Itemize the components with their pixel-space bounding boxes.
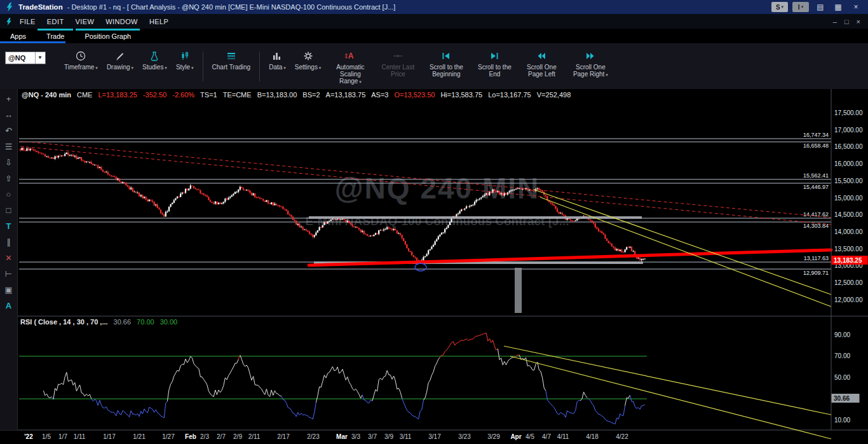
style-label: Style ▾ <box>176 64 194 71</box>
menu-help[interactable]: HELP <box>144 16 174 27</box>
quote-field: Lo=13,167.75 <box>488 91 531 99</box>
quote-field: Hi=13,583.75 <box>440 91 482 99</box>
scroll-to-the-end-label: Scroll to the End <box>476 64 513 78</box>
annotation-tool-icon[interactable]: A <box>3 301 15 311</box>
svg-text:14,417.62: 14,417.62 <box>803 211 829 218</box>
studies-label: Studies ▾ <box>142 64 167 71</box>
studies-button[interactable]: Studies ▾ <box>138 50 172 71</box>
tab-apps[interactable]: Apps <box>0 29 36 43</box>
menu-view[interactable]: VIEW <box>70 16 100 27</box>
chevron-down-icon: ▾ <box>801 4 804 10</box>
center-last-price-button: Center Last Price <box>375 50 421 78</box>
svg-text:3/7: 3/7 <box>368 433 377 440</box>
toolbar-separator <box>259 52 260 81</box>
svg-text:12,000.00: 12,000.00 <box>834 296 863 303</box>
menu-items: FILEEDITVIEWWINDOWHELP <box>14 16 174 27</box>
settings-button[interactable]: Settings ▾ <box>290 50 326 71</box>
chart-trading-label: Chart Trading <box>212 64 251 71</box>
monitor-icon[interactable]: ▤ <box>813 3 827 11</box>
svg-text:15,446.97: 15,446.97 <box>803 184 829 190</box>
delete-drawing-tool-icon[interactable]: ✕ <box>3 253 15 263</box>
scroll-one-page-left-label: Scroll One Page Left <box>522 64 561 78</box>
gear-icon <box>302 50 314 62</box>
candlestick-series <box>20 146 646 263</box>
extend-line-tool-icon[interactable]: ⊢ <box>3 269 15 279</box>
title-close-icon[interactable]: × <box>849 3 863 11</box>
svg-text:3/3: 3/3 <box>351 433 360 440</box>
svg-text:3/23: 3/23 <box>458 433 471 440</box>
trading-icon <box>226 50 237 62</box>
rectangle-tool-icon[interactable]: □ <box>3 205 15 216</box>
rsi-oversold-value: 30.00 <box>160 318 178 326</box>
svg-text:1/17: 1/17 <box>103 433 116 440</box>
symbol-dropdown-icon[interactable]: ▼ <box>35 52 44 64</box>
menu-edit[interactable]: EDIT <box>41 16 70 27</box>
symbol-input-box[interactable]: ▼ <box>5 52 46 64</box>
low-circle-marker[interactable] <box>415 263 426 271</box>
svg-text:Mar: Mar <box>336 433 348 440</box>
scroll-one-page-right-button[interactable]: Scroll One Page Right ▾ <box>566 50 615 78</box>
restore-icon[interactable]: □ <box>844 18 849 25</box>
price-chart[interactable]: @NQ 240 MINE-Mini NASDAQ-100 Continuous … <box>0 89 868 444</box>
svg-text:4/18: 4/18 <box>586 433 599 440</box>
chart-frame <box>0 89 868 430</box>
scroll-to-the-beginning-label: Scroll to the Beginning <box>425 64 467 78</box>
center-last-price-label: Center Last Price <box>379 64 416 78</box>
style-button[interactable]: Style ▾ <box>172 50 198 71</box>
rsi-pane[interactable] <box>19 333 831 439</box>
scroll-to-the-beginning-button[interactable]: Scroll to the Beginning <box>421 50 471 78</box>
svg-text:13,117.63: 13,117.63 <box>804 255 829 261</box>
bring-front-tool-icon[interactable]: ⇧ <box>3 174 15 184</box>
menu-logo-icon <box>5 18 13 25</box>
symbol-input[interactable] <box>6 54 35 62</box>
price-axis[interactable]: 17,500.0017,000.0016,500.0016,000.0015,5… <box>834 109 863 303</box>
pan-tool-icon[interactable]: ↔ <box>3 110 15 120</box>
i-dropdown-button[interactable]: I▾ <box>792 2 809 12</box>
rsi-axis[interactable]: 90.0070.0050.0010.0030.66 <box>832 331 860 424</box>
chevron-down-icon: ▾ <box>318 66 321 70</box>
tab-bar: AppsTradePosition Graph <box>0 29 868 43</box>
menu-window[interactable]: WINDOW <box>100 16 144 27</box>
automatic-scaling-range-label: Automatic Scaling Range ▾ <box>330 64 370 85</box>
automatic-scaling-range-button[interactable]: AAutomatic Scaling Range ▾ <box>325 50 375 85</box>
svg-text:13,500.00: 13,500.00 <box>834 246 863 253</box>
menu-tool-icon[interactable]: ☰ <box>3 142 15 152</box>
svg-text:13,183.25: 13,183.25 <box>834 257 862 264</box>
data-button[interactable]: Data ▾ <box>264 50 290 71</box>
tab-position-graph[interactable]: Position Graph <box>74 29 141 43</box>
scroll-to-the-end-button[interactable]: Scroll to the End <box>471 50 517 78</box>
close-icon[interactable]: × <box>857 18 860 25</box>
menu-file[interactable]: FILE <box>14 16 41 27</box>
autoscale-icon: A <box>344 50 356 62</box>
s-dropdown-button[interactable]: S▾ <box>771 2 788 12</box>
svg-text:3/11: 3/11 <box>400 433 412 440</box>
svg-text:3/9: 3/9 <box>384 433 393 440</box>
candles-icon <box>179 50 191 62</box>
yellow-trendlines[interactable] <box>534 190 831 307</box>
window-title: - Desktop #1 - nq - [ Chart Analysis - @… <box>67 3 396 11</box>
scroll-one-page-left-button[interactable]: Scroll One Page Left <box>517 50 566 78</box>
svg-text:15,000.00: 15,000.00 <box>834 195 863 202</box>
crosshair-tool-icon[interactable]: + <box>3 94 15 104</box>
ellipse-tool-icon[interactable]: ○ <box>3 190 15 200</box>
layout-icon[interactable]: ▦ <box>831 3 845 11</box>
tradestation-window: TradeStation - Desktop #1 - nq - [ Chart… <box>0 0 868 444</box>
pointer-tool-icon[interactable]: ↶ <box>3 126 15 136</box>
send-back-tool-icon[interactable]: ⇩ <box>3 158 15 168</box>
quote-field: BS=2 <box>302 91 320 99</box>
quote-field: @NQ - 240 min <box>22 91 71 99</box>
minimize-icon[interactable]: – <box>833 18 837 25</box>
svg-text:1/21: 1/21 <box>133 433 146 440</box>
svg-text:15,500.00: 15,500.00 <box>834 177 863 184</box>
page-left-icon <box>536 50 547 62</box>
time-axis[interactable]: '221/51/71/111/171/211/27Feb2/32/72/92/1… <box>24 433 628 440</box>
parallel-lines-tool-icon[interactable]: ∥ <box>3 237 15 247</box>
pattern-tool-icon[interactable]: ▣ <box>3 285 15 295</box>
chart-trading-button[interactable]: Chart Trading <box>208 50 255 71</box>
text-tool-icon[interactable]: T <box>3 221 15 232</box>
timeframe-button[interactable]: Timeframe ▾ <box>60 50 102 71</box>
svg-text:2/9: 2/9 <box>233 433 242 440</box>
tab-trade[interactable]: Trade <box>36 29 74 43</box>
drawing-button[interactable]: Drawing ▾ <box>102 50 138 71</box>
svg-text:14,500.00: 14,500.00 <box>834 211 863 218</box>
